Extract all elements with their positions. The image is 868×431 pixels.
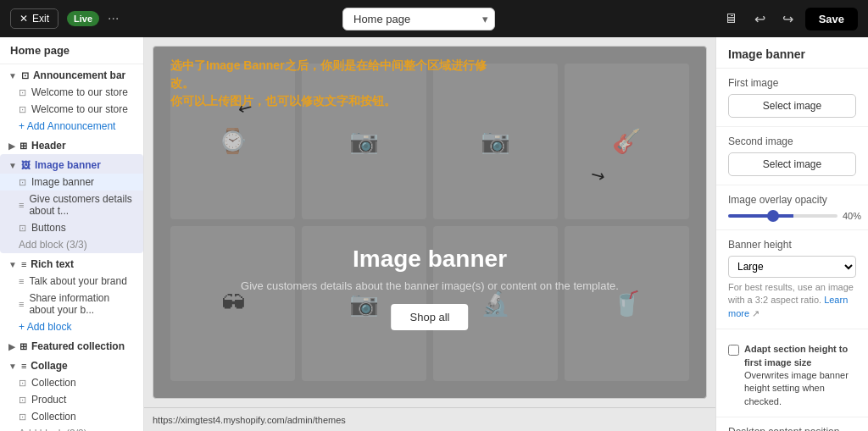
chevron-down-icon: ▼: [8, 260, 17, 269]
exit-icon: ✕: [19, 13, 28, 25]
page-selector[interactable]: Home page: [342, 8, 495, 30]
announcement-bar-icon: ⊡: [21, 70, 29, 81]
image-banner-section-label: Image banner: [35, 159, 101, 171]
bg-item-4: 🎸: [565, 64, 689, 219]
section-collage-title[interactable]: ▼ ≡ Collage: [0, 355, 143, 374]
collage-icon: ≡: [21, 361, 26, 371]
topbar-center: Home page: [342, 8, 495, 30]
banner-height-section: Banner height Large For best results, us…: [716, 230, 868, 329]
list-item[interactable]: ⊡ Image banner: [0, 174, 143, 191]
list-item[interactable]: ⊡ Buttons: [0, 219, 143, 236]
adapt-height-label: Adapt section height to first image size: [744, 343, 856, 369]
section-announcement-bar: ▼ ⊡ Announcement bar ⊡ Welcome to our st…: [0, 64, 143, 135]
banner-height-select[interactable]: Large: [728, 256, 856, 278]
section-image-banner-title[interactable]: ▼ 🖼 Image banner: [0, 154, 143, 174]
announcement-bar-label: Announcement bar: [33, 69, 125, 81]
block-icon: ⊡: [19, 87, 26, 98]
banner-height-label: Banner height: [728, 239, 856, 251]
list-item[interactable]: ⊡ Product: [0, 391, 143, 408]
list-item[interactable]: ≡ Share information about your b...: [0, 290, 143, 318]
section-announcement-bar-title[interactable]: ▼ ⊡ Announcement bar: [0, 64, 143, 84]
block-icon: ⊡: [19, 412, 26, 423]
collage-label: Collage: [31, 360, 67, 372]
add-block-button[interactable]: Add block (3/3): [0, 236, 143, 253]
more-options-button[interactable]: ···: [108, 11, 119, 26]
block-icon: ≡: [19, 299, 24, 309]
item-label: Collection: [31, 377, 76, 389]
desktop-position-label: Desktop content position: [728, 426, 856, 431]
banner-height-hint: For best results, use an image with a 3:…: [728, 281, 856, 320]
chevron-down-icon: ▼: [8, 161, 17, 170]
select-second-image-button[interactable]: Select image: [728, 152, 856, 176]
section-featured-collection: ▶ ⊞ Featured collection: [0, 335, 143, 355]
adapt-height-hint: Overwrites image banner height setting w…: [744, 369, 856, 408]
first-image-label: First image: [728, 77, 856, 89]
item-label: Welcome to our store: [31, 86, 128, 98]
url-text: https://ximgtest4.myshopify.com/admin/th…: [153, 415, 346, 425]
section-header-title[interactable]: ▶ ⊞ Header: [0, 135, 143, 154]
item-label: Image banner: [31, 176, 94, 188]
adapt-height-row: Adapt section height to first image size…: [728, 343, 856, 408]
list-item[interactable]: ≡ Give customers details about t...: [0, 191, 143, 219]
item-label: Talk about your brand: [29, 275, 126, 287]
overlay-slider[interactable]: [728, 214, 837, 218]
block-icon: ⊡: [19, 395, 26, 406]
second-image-label: Second image: [728, 135, 856, 147]
add-announcement-button[interactable]: + Add Announcement: [0, 118, 143, 135]
add-block-collage-button[interactable]: Add block (3/3): [0, 425, 143, 431]
chevron-right-icon: ▶: [8, 141, 15, 151]
item-label: Product: [31, 394, 66, 406]
live-badge: Live: [67, 11, 99, 26]
annotation-line1: 选中了Image Banner之后，你则是在给中间整个区域进行修改。: [170, 57, 502, 92]
annotation-text: 选中了Image Banner之后，你则是在给中间整个区域进行修改。 你可以上传…: [170, 57, 502, 110]
section-header: ▶ ⊞ Header: [0, 135, 143, 154]
header-icon: ⊞: [19, 141, 27, 152]
section-rich-text-title[interactable]: ▼ ≡ Rich text: [0, 253, 143, 273]
first-image-section: First image Select image: [716, 69, 868, 127]
block-icon: ⊡: [19, 177, 26, 188]
main-layout: Home page ▼ ⊡ Announcement bar ⊡ Welcome…: [0, 37, 868, 431]
item-label: Buttons: [31, 222, 66, 234]
add-block-label: Add block (3/3): [19, 239, 87, 251]
topbar-left: ✕ Exit Live ···: [10, 8, 119, 29]
block-icon: ≡: [19, 200, 24, 210]
sidebar: Home page ▼ ⊡ Announcement bar ⊡ Welcome…: [0, 37, 144, 431]
canvas-inner[interactable]: ⌚ 📷 📷 🎸 🕶 📷 🔬 🥤 选中了Image Banner之后，你则是在给中…: [153, 46, 707, 399]
slider-wrap: 40%: [728, 211, 856, 221]
adapt-height-checkbox[interactable]: [728, 345, 739, 356]
banner-title: Image banner: [209, 246, 651, 273]
block-icon: ≡: [19, 276, 24, 286]
topbar: ✕ Exit Live ··· Home page 🖥 ↩ ↪ Save: [0, 0, 868, 37]
redo-button[interactable]: ↪: [777, 8, 798, 30]
section-rich-text: ▼ ≡ Rich text ≡ Talk about your brand ≡ …: [0, 253, 143, 335]
panel-title: Image banner: [716, 37, 868, 69]
add-block-rich-text-button[interactable]: + Add block: [0, 318, 143, 335]
section-collage: ▼ ≡ Collage ⊡ Collection ⊡ Product ⊡ Col…: [0, 355, 143, 431]
monitor-icon-button[interactable]: 🖥: [719, 8, 743, 30]
canvas-area: ⌚ 📷 📷 🎸 🕶 📷 🔬 🥤 选中了Image Banner之后，你则是在给中…: [144, 37, 715, 431]
shop-all-button[interactable]: Shop all: [392, 304, 469, 330]
item-label: Welcome to our store: [31, 103, 128, 115]
list-item[interactable]: ≡ Talk about your brand: [0, 273, 143, 290]
add-block-rich-text-label: + Add block: [19, 321, 71, 333]
overlay-value: 40%: [843, 211, 866, 221]
block-icon: ⊡: [19, 378, 26, 389]
section-featured-collection-title[interactable]: ▶ ⊞ Featured collection: [0, 335, 143, 355]
list-item[interactable]: ⊡ Collection: [0, 408, 143, 425]
exit-button[interactable]: ✕ Exit: [10, 8, 58, 29]
desktop-position-section: Desktop content position Bottom Center: [716, 417, 868, 431]
adapt-height-section: Adapt section height to first image size…: [716, 329, 868, 417]
list-item[interactable]: ⊡ Welcome to our store: [0, 101, 143, 118]
list-item[interactable]: ⊡ Welcome to our store: [0, 84, 143, 101]
select-first-image-button[interactable]: Select image: [728, 94, 856, 118]
undo-button[interactable]: ↩: [749, 8, 771, 30]
list-item[interactable]: ⊡ Collection: [0, 374, 143, 391]
image-banner-section-icon: 🖼: [21, 160, 31, 170]
monitor-icon: 🖥: [724, 11, 737, 25]
annotation-line2: 你可以上传图片，也可以修改文字和按钮。: [170, 92, 502, 110]
chevron-right-icon: ▶: [8, 342, 15, 351]
item-label: Share information about your b...: [29, 292, 135, 316]
overlay-label: Image overlay opacity: [728, 194, 856, 206]
save-button[interactable]: Save: [805, 8, 858, 30]
overlay-opacity-section: Image overlay opacity 40%: [716, 185, 868, 230]
